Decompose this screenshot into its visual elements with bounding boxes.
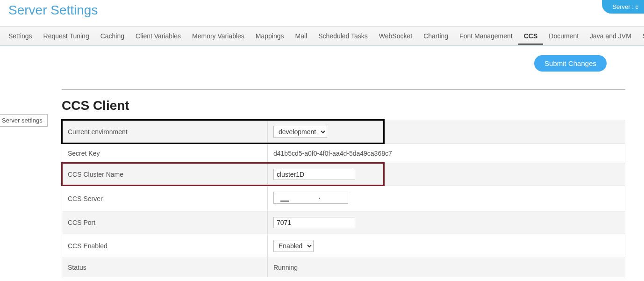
section-heading: CCS Client: [62, 98, 625, 113]
ccs-cluster-name-input[interactable]: [273, 169, 355, 180]
row-status: Status Running: [62, 258, 625, 277]
tab-caching[interactable]: Caching: [95, 27, 130, 45]
cell-current-environment-pad: [385, 120, 625, 144]
tab-request-tuning[interactable]: Request Tuning: [38, 27, 95, 45]
submit-changes-button[interactable]: Submit Changes: [534, 55, 607, 72]
ccs-form-table: Current environment development Secret K…: [62, 120, 625, 277]
cell-ccs-port-value: [268, 211, 625, 234]
tab-scheduled-tasks[interactable]: Scheduled Tasks: [313, 27, 373, 45]
ccs-enabled-select[interactable]: Enabled: [273, 240, 314, 252]
dot-mark: .: [319, 194, 320, 200]
row-current-environment: Current environment development: [62, 120, 625, 144]
page-title: Server Settings: [8, 3, 98, 18]
value-secret-key: d41b5cd5-a0f0-4f0f-aa4d-5da49ca368c7: [268, 144, 625, 163]
submit-row: Submit Changes: [0, 46, 644, 72]
label-current-environment: Current environment: [62, 120, 268, 144]
cell-ccs-enabled-value: Enabled: [268, 234, 625, 258]
cell-ccs-cluster-name-value: [268, 163, 385, 186]
label-ccs-cluster-name: CCS Cluster Name: [62, 163, 268, 186]
tab-memory-variables[interactable]: Memory Variables: [186, 27, 250, 45]
row-ccs-cluster-name: CCS Cluster Name: [62, 163, 625, 186]
label-ccs-enabled: CCS Enabled: [62, 234, 268, 258]
row-secret-key: Secret Key d41b5cd5-a0f0-4f0f-aa4d-5da49…: [62, 144, 625, 163]
tab-ccs[interactable]: CCS: [518, 27, 544, 45]
row-ccs-enabled: CCS Enabled Enabled: [62, 234, 625, 258]
server-chip[interactable]: Server : c: [602, 0, 644, 14]
tab-java-and-jvm[interactable]: Java and JVM: [584, 27, 637, 45]
header: Server Settings Server : c: [0, 0, 644, 26]
tab-settings-summary[interactable]: Settings Summary: [637, 27, 644, 45]
label-secret-key: Secret Key: [62, 144, 268, 163]
ccs-port-input[interactable]: [273, 217, 355, 228]
tab-settings[interactable]: Settings: [3, 27, 38, 45]
side-label-server-settings[interactable]: Server settings: [0, 114, 48, 127]
label-status: Status: [62, 258, 268, 277]
cell-ccs-cluster-name-pad: [385, 163, 625, 186]
label-ccs-server: CCS Server: [62, 186, 268, 211]
ccs-server-input[interactable]: .: [273, 192, 348, 204]
partial-text-mark: [280, 201, 289, 202]
ccs-client-section: CCS Client Current environment developme…: [62, 89, 625, 277]
tab-mail[interactable]: Mail: [290, 27, 313, 45]
tab-font-management[interactable]: Font Management: [454, 27, 518, 45]
tab-charting[interactable]: Charting: [418, 27, 454, 45]
tab-client-variables[interactable]: Client Variables: [130, 27, 186, 45]
cell-current-environment-value: development: [268, 120, 385, 144]
label-ccs-port: CCS Port: [62, 211, 268, 234]
tab-websocket[interactable]: WebSocket: [373, 27, 418, 45]
tab-mappings[interactable]: Mappings: [250, 27, 290, 45]
tab-document[interactable]: Document: [543, 27, 584, 45]
tab-strip: SettingsRequest TuningCachingClient Vari…: [0, 26, 644, 46]
value-status: Running: [268, 258, 625, 277]
current-environment-select[interactable]: development: [273, 126, 327, 138]
row-ccs-port: CCS Port: [62, 211, 625, 234]
row-ccs-server: CCS Server .: [62, 186, 625, 211]
cell-ccs-server-value: .: [268, 186, 625, 211]
